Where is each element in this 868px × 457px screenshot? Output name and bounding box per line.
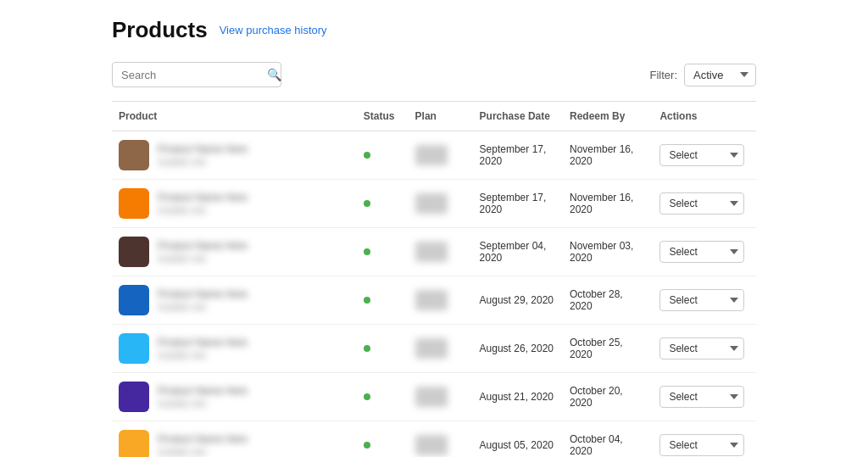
col-header-redeem-by: Redeem By xyxy=(563,102,653,131)
product-icon xyxy=(119,237,149,267)
col-header-plan: Plan xyxy=(409,102,473,131)
table-row: Product Name Here Subtitle info August 2… xyxy=(112,373,756,421)
plan-cell-5 xyxy=(409,325,473,373)
action-select-6[interactable]: SelectRedeemTransferCancel xyxy=(659,386,744,408)
status-dot xyxy=(364,200,370,207)
product-cell-6: Product Name Here Subtitle info xyxy=(112,373,357,421)
plan-image xyxy=(415,435,448,455)
product-subtitle: Subtitle info xyxy=(158,157,248,167)
redeem-by-cell-3: November 03, 2020 xyxy=(563,228,653,276)
table-row: Product Name Here Subtitle info Septembe… xyxy=(112,131,756,180)
search-input[interactable] xyxy=(121,69,264,81)
product-cell-3: Product Name Here Subtitle info xyxy=(112,228,357,276)
plan-cell-4 xyxy=(409,276,473,325)
product-icon xyxy=(119,430,149,457)
product-icon xyxy=(119,382,149,412)
action-select-3[interactable]: SelectRedeemTransferCancel xyxy=(659,241,744,263)
actions-cell-6: SelectRedeemTransferCancel xyxy=(653,373,756,421)
action-select-2[interactable]: SelectRedeemTransferCancel xyxy=(659,192,744,215)
plan-image xyxy=(415,193,448,214)
plan-image xyxy=(415,338,448,359)
actions-cell-5: SelectRedeemTransferCancel xyxy=(653,325,756,373)
purchase-date-cell-5: August 26, 2020 xyxy=(473,325,563,373)
product-cell-4: Product Name Here Subtitle info xyxy=(112,276,357,325)
actions-cell-7: SelectRedeemTransferCancel xyxy=(653,421,756,458)
product-icon xyxy=(119,285,149,315)
status-cell-5 xyxy=(357,325,409,373)
product-info: Product Name Here Subtitle info xyxy=(119,430,350,457)
search-wrapper: 🔍 xyxy=(112,62,281,87)
product-subtitle: Subtitle info xyxy=(158,398,248,409)
status-dot xyxy=(364,393,370,400)
product-icon xyxy=(119,188,149,219)
status-cell-6 xyxy=(357,373,409,421)
status-dot xyxy=(364,442,370,449)
action-select-5[interactable]: SelectRedeemTransferCancel xyxy=(659,337,744,359)
actions-cell-3: SelectRedeemTransferCancel xyxy=(653,228,756,276)
product-info: Product Name Here Subtitle info xyxy=(119,382,350,412)
product-icon xyxy=(119,333,149,364)
table-body: Product Name Here Subtitle info Septembe… xyxy=(112,131,756,458)
redeem-by-cell-4: October 28, 2020 xyxy=(563,276,653,325)
table-header: Product Status Plan Purchase Date Redeem… xyxy=(112,102,756,131)
view-history-link[interactable]: View purchase history xyxy=(220,24,327,36)
product-subtitle: Subtitle info xyxy=(158,254,248,264)
col-header-status: Status xyxy=(357,102,409,131)
plan-cell-6 xyxy=(409,373,473,421)
actions-cell-2: SelectRedeemTransferCancel xyxy=(653,180,756,228)
product-details: Product Name Here Subtitle info xyxy=(158,288,248,312)
product-name: Product Name Here xyxy=(158,288,248,300)
table-row: Product Name Here Subtitle info Septembe… xyxy=(112,180,756,228)
status-cell-2 xyxy=(357,180,409,228)
product-cell-7: Product Name Here Subtitle info xyxy=(112,421,357,458)
product-subtitle: Subtitle info xyxy=(158,302,248,312)
product-details: Product Name Here Subtitle info xyxy=(158,192,248,215)
product-name: Product Name Here xyxy=(158,240,248,252)
product-details: Product Name Here Subtitle info xyxy=(158,385,248,409)
status-dot xyxy=(364,345,370,352)
product-subtitle: Subtitle info xyxy=(158,447,248,457)
plan-cell-7 xyxy=(409,421,473,458)
action-select-7[interactable]: SelectRedeemTransferCancel xyxy=(659,434,744,456)
purchase-date-cell-6: August 21, 2020 xyxy=(473,373,563,421)
redeem-by-cell-1: November 16, 2020 xyxy=(563,131,653,180)
action-select-4[interactable]: SelectRedeemTransferCancel xyxy=(659,289,744,311)
col-header-purchase-date: Purchase Date xyxy=(473,102,563,131)
plan-image xyxy=(415,145,448,165)
product-subtitle: Subtitle info xyxy=(158,205,248,215)
status-cell-7 xyxy=(357,421,409,458)
product-name: Product Name Here xyxy=(158,337,248,348)
product-subtitle: Subtitle info xyxy=(158,350,248,360)
purchase-date-cell-2: September 17, 2020 xyxy=(473,180,563,228)
plan-cell-3 xyxy=(409,228,473,276)
page-container: Products View purchase history 🔍 Filter:… xyxy=(86,0,782,457)
table-row: Product Name Here Subtitle info August 2… xyxy=(112,276,756,325)
table-row: Product Name Here Subtitle info August 2… xyxy=(112,325,756,373)
plan-image xyxy=(415,387,448,407)
status-cell-4 xyxy=(357,276,409,325)
redeem-by-cell-5: October 25, 2020 xyxy=(563,325,653,373)
purchase-date-cell-1: September 17, 2020 xyxy=(473,131,563,180)
product-info: Product Name Here Subtitle info xyxy=(119,285,350,315)
plan-image xyxy=(415,290,448,310)
actions-cell-1: SelectRedeemTransferCancel xyxy=(653,131,756,180)
page-title: Products xyxy=(112,17,208,43)
status-dot xyxy=(364,152,370,159)
plan-cell-1 xyxy=(409,131,473,180)
filter-label: Filter: xyxy=(650,69,678,81)
action-select-1[interactable]: SelectRedeemTransferCancel xyxy=(659,144,744,166)
purchase-date-cell-3: September 04, 2020 xyxy=(473,228,563,276)
status-cell-1 xyxy=(357,131,409,180)
product-name: Product Name Here xyxy=(158,385,248,397)
filter-select[interactable]: Active Inactive All xyxy=(684,64,756,86)
purchase-date-cell-7: August 05, 2020 xyxy=(473,421,563,458)
product-name: Product Name Here xyxy=(158,143,248,155)
product-details: Product Name Here Subtitle info xyxy=(158,143,248,167)
product-info: Product Name Here Subtitle info xyxy=(119,188,350,219)
status-cell-3 xyxy=(357,228,409,276)
search-icon: 🔍 xyxy=(267,68,281,81)
plan-image xyxy=(415,242,448,262)
product-cell-2: Product Name Here Subtitle info xyxy=(112,180,357,228)
table-row: Product Name Here Subtitle info Septembe… xyxy=(112,228,756,276)
product-cell-1: Product Name Here Subtitle info xyxy=(112,131,357,180)
